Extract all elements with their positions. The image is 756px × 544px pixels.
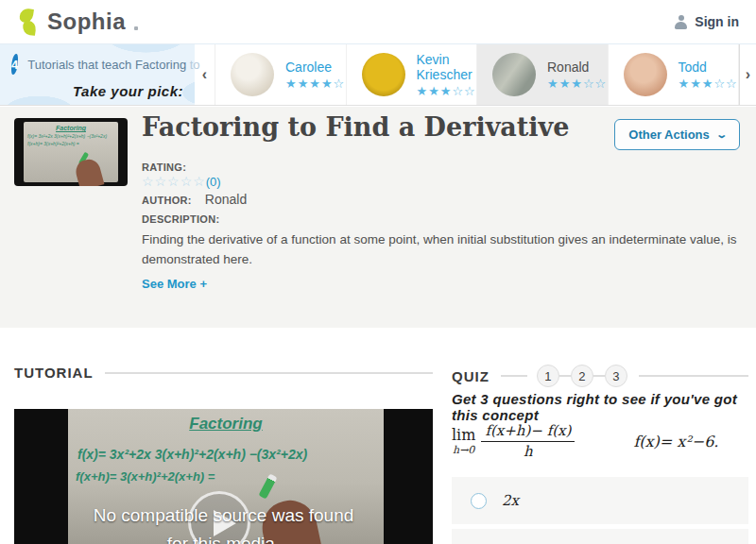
brand-name: Sophia	[47, 8, 126, 35]
sign-in-label: Sign in	[695, 14, 739, 29]
author-label: AUTHOR:	[142, 195, 192, 206]
radio-button[interactable]	[471, 493, 487, 509]
star-rating: ★★★★☆	[285, 76, 345, 91]
instructor-name: Kevin Kriescher	[417, 52, 477, 82]
divider-line	[639, 375, 748, 377]
step-1: 1	[537, 365, 559, 387]
author-row: AUTHOR: Ronald	[142, 192, 247, 207]
answer-option-2[interactable]: −6x	[452, 529, 748, 544]
sophia-logo-icon	[17, 8, 40, 35]
video-error-message: No compatible source was found for this …	[14, 502, 433, 544]
tutorial-info-band: Factoring f(x)= 3x²+2x 3(x+h)²+2(x+h) −(…	[0, 107, 756, 328]
sign-in-button[interactable]: Sign in	[674, 14, 739, 29]
chevron-down-icon: ⌄	[715, 128, 728, 141]
author-name: Ronald	[205, 192, 247, 207]
quiz-prompt: Get 3 questions right to see if you've g…	[452, 391, 754, 423]
quiz-section-heading: QUIZ 1 2 3	[452, 365, 748, 387]
person-icon	[674, 15, 688, 29]
instructor-carousel: 4 Tutorials that teach Factoring to Take…	[0, 43, 756, 106]
quiz-heading-label: QUIZ	[452, 368, 490, 384]
answer-option-1[interactable]: 2x	[452, 477, 748, 524]
avatar	[624, 53, 667, 96]
avatar	[231, 53, 274, 96]
quiz-question-formula: lim h→0 f(x+h)− f(x) h f(x)= x²−6.	[452, 423, 718, 461]
tutorial-thumbnail[interactable]: Factoring f(x)= 3x²+2x 3(x+h)²+2(x+h) −(…	[14, 118, 128, 186]
instructor-card-carolee[interactable]: Carolee ★★★★☆	[215, 44, 347, 105]
difference-quotient-fraction: f(x+h)− f(x) h	[481, 423, 575, 461]
rating-label: RATING:	[142, 162, 221, 173]
instructor-name: Ronald	[547, 60, 607, 75]
page: Sophia Sign in 4 Tutorials that teach Fa…	[0, 0, 756, 544]
instructor-card-kevin[interactable]: Kevin Kriescher ★★★☆☆	[347, 44, 478, 105]
brand-dot	[134, 26, 138, 30]
description-label: DESCRIPTION:	[142, 213, 754, 225]
star-rating: ★★★☆☆	[547, 76, 607, 91]
carousel-tagline: Take your pick:	[73, 83, 183, 99]
star-rating: ★★★☆☆	[417, 84, 477, 98]
instructor-name: Carolee	[285, 60, 345, 75]
step-2: 2	[571, 365, 593, 387]
see-more-link[interactable]: See More +	[142, 277, 207, 291]
carousel-next-icon[interactable]: ›	[739, 44, 756, 105]
carousel-intro: 4 Tutorials that teach Factoring to Take…	[0, 44, 195, 105]
instructor-card-ronald-selected[interactable]: Ronald ★★★☆☆	[477, 44, 609, 105]
description-text: Finding the derivative of a function at …	[142, 230, 754, 269]
divider-line	[105, 372, 433, 374]
thumbnail-whiteboard: Factoring f(x)= 3x²+2x 3(x+h)²+2(x+h) −(…	[24, 122, 118, 182]
quiz-step-indicator: 1 2 3	[537, 365, 627, 387]
tutorial-video-player[interactable]: Factoring f(x)= 3x²+2x 3(x+h)²+2(x+h) −(…	[14, 409, 433, 544]
instructor-name: Todd	[679, 60, 738, 75]
rating-stars: ☆☆☆☆☆	[142, 174, 206, 189]
answer-option-label: 2x	[502, 492, 519, 509]
carousel-prev-icon[interactable]: ‹	[195, 44, 215, 105]
top-header: Sophia Sign in	[0, 0, 756, 43]
instructor-cards: Carolee ★★★★☆ Kevin Kriescher ★★★☆☆ Rona…	[215, 44, 739, 105]
page-title: Factoring to Find a Derivative	[142, 112, 569, 142]
description-block: DESCRIPTION: Finding the derivative of a…	[142, 213, 754, 269]
other-actions-label: Other Actions	[628, 128, 709, 142]
tutorial-heading-label: TUTORIAL	[14, 365, 94, 381]
step-3: 3	[605, 365, 627, 387]
function-definition: f(x)= x²−6.	[633, 433, 718, 450]
divider-line	[501, 375, 527, 377]
sophia-logo[interactable]: Sophia	[17, 8, 138, 35]
instructor-card-todd[interactable]: Todd ★★★☆☆	[609, 44, 740, 105]
star-rating: ★★★☆☆	[679, 76, 738, 91]
tutorial-section-heading: TUTORIAL	[14, 365, 433, 381]
avatar	[362, 53, 405, 96]
rating-count-link[interactable]: (0)	[206, 175, 221, 189]
rating-block: RATING: ☆☆☆☆☆ (0)	[142, 162, 221, 189]
avatar	[492, 53, 536, 96]
tutorial-count-badge: 4	[11, 54, 18, 75]
carousel-label: Tutorials that teach Factoring to	[27, 58, 199, 72]
limit-symbol: lim h→0	[452, 428, 475, 455]
other-actions-button[interactable]: Other Actions ⌄	[614, 119, 740, 150]
